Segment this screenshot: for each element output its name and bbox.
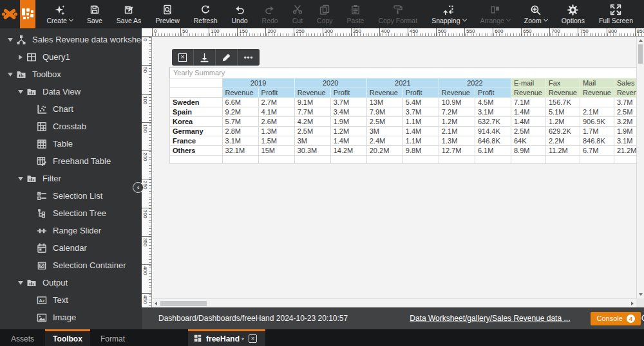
data-cell[interactable]: 629.2K xyxy=(545,127,580,136)
table-title[interactable]: Yearly Summary xyxy=(169,67,636,78)
toolbar-refresh-button[interactable]: Refresh xyxy=(187,0,225,28)
data-cell[interactable]: 9.2M xyxy=(222,107,258,117)
header-group-2021[interactable]: 2021 xyxy=(366,78,439,88)
data-cell[interactable]: 2.1M xyxy=(439,127,475,136)
data-cell[interactable]: 7.9M xyxy=(366,107,402,117)
empty-cell[interactable] xyxy=(258,156,294,164)
tab-freehand[interactable]: freeHand * × xyxy=(188,329,265,346)
data-cell[interactable]: 1.2M xyxy=(545,117,580,127)
caret-down-icon[interactable] xyxy=(15,177,26,181)
sub-header-cell[interactable]: Revenue xyxy=(366,88,402,98)
empty-cell[interactable] xyxy=(580,156,614,164)
data-cell[interactable]: 1.1M xyxy=(402,117,439,127)
horizontal-scroll-thumb[interactable] xyxy=(160,301,207,306)
empty-cell[interactable] xyxy=(545,156,580,164)
sidebar-item-freehand-table[interactable]: Freehand Table xyxy=(0,152,142,170)
data-cell[interactable]: 1.4M xyxy=(511,117,545,127)
data-cell[interactable]: 5.7M xyxy=(222,117,258,127)
data-cell[interactable]: 3M xyxy=(366,127,402,136)
data-cell[interactable]: 2.5M xyxy=(294,127,330,136)
sub-header-cell[interactable]: Profit xyxy=(330,88,366,98)
data-cell[interactable]: 3.1M xyxy=(222,136,258,146)
data-cell[interactable]: 1.9M xyxy=(330,117,366,127)
data-cell[interactable]: 1.4M xyxy=(402,127,439,136)
data-cell[interactable]: 646.8K xyxy=(475,136,511,146)
data-cell[interactable]: 5.1M xyxy=(545,107,580,117)
dashboard-canvas[interactable]: ×••• Yearly Summary 2019202020212022E-ma… xyxy=(152,37,644,307)
data-cell[interactable]: 14.2M xyxy=(330,146,366,156)
data-cell[interactable]: 1.4M xyxy=(330,136,366,146)
freehand-table-element[interactable]: Yearly Summary 2019202020212022E-mailFax… xyxy=(169,67,636,164)
data-cell[interactable]: 1.3M xyxy=(439,136,475,146)
data-cell[interactable]: 64K xyxy=(511,136,545,146)
scroll-left-arrow[interactable] xyxy=(155,302,157,305)
toolbar-options-button[interactable]: Options xyxy=(554,0,592,28)
data-cell[interactable]: 12.7M xyxy=(439,146,475,156)
empty-cell[interactable] xyxy=(170,156,223,164)
data-cell[interactable]: 2.5M xyxy=(511,127,545,136)
toolbar-save-as-button[interactable]: Save As xyxy=(109,0,149,28)
element-more-button[interactable]: ••• xyxy=(238,49,260,66)
empty-cell[interactable] xyxy=(475,156,511,164)
scroll-down-arrow[interactable] xyxy=(639,293,643,296)
visual-composer-logo[interactable] xyxy=(20,0,36,28)
empty-cell[interactable] xyxy=(330,156,366,164)
search-icon[interactable] xyxy=(641,314,644,323)
console-button[interactable]: Console 4 xyxy=(591,312,640,325)
sidebar-item-toolbox[interactable]: Toolbox xyxy=(0,66,142,83)
close-tab-icon[interactable]: × xyxy=(249,334,257,343)
header-group-fax[interactable]: Fax xyxy=(545,78,580,88)
data-cell[interactable]: 1.9M xyxy=(614,127,636,136)
caret-down-icon[interactable] xyxy=(15,90,26,94)
data-cell[interactable]: 6.6M xyxy=(222,98,258,107)
sidebar-item-data-view[interactable]: Data View xyxy=(0,83,142,100)
empty-cell[interactable] xyxy=(511,156,545,164)
sidebar-collapse-button[interactable]: ‹ xyxy=(133,182,144,193)
data-cell[interactable]: 846.8K xyxy=(580,136,614,146)
sidebar-item-selection-tree[interactable]: Selection Tree xyxy=(0,205,142,222)
tab-assets[interactable]: Assets xyxy=(0,329,45,346)
row-header-spain[interactable]: Spain xyxy=(170,107,223,117)
data-cell[interactable]: 8.9M xyxy=(511,146,545,156)
row-header-korea[interactable]: Korea xyxy=(170,117,223,127)
scroll-right-arrow[interactable] xyxy=(631,302,634,305)
empty-cell[interactable] xyxy=(402,156,439,164)
data-cell[interactable]: 3.7M xyxy=(330,98,366,107)
data-cell[interactable]: 2.8M xyxy=(222,127,258,136)
data-cell[interactable]: 1.7M xyxy=(580,127,614,136)
data-cell[interactable]: 1.1M xyxy=(402,136,439,146)
sidebar-item-output[interactable]: Output xyxy=(0,274,142,291)
data-cell[interactable]: 6.1M xyxy=(475,146,511,156)
sidebar-item-table[interactable]: Table xyxy=(0,135,142,152)
data-cell[interactable]: 1.2M xyxy=(330,127,366,136)
data-cell[interactable]: 1.3M xyxy=(258,127,294,136)
tab-toolbox[interactable]: Toolbox xyxy=(45,329,90,346)
sub-header-cell[interactable]: Revenue xyxy=(614,88,636,98)
sub-header-cell[interactable]: Profit xyxy=(475,88,511,98)
data-cell[interactable]: 10.9M xyxy=(439,98,475,107)
sub-header-cell[interactable]: Revenue xyxy=(294,88,330,98)
data-cell[interactable]: 9.8M xyxy=(402,146,439,156)
data-cell[interactable]: 3.1M xyxy=(475,107,511,117)
data-cell[interactable]: 7.7M xyxy=(294,107,330,117)
row-header-france[interactable]: France xyxy=(170,136,223,146)
data-cell[interactable]: 1.4M xyxy=(511,107,545,117)
sub-header-cell[interactable]: Revenue xyxy=(439,88,475,98)
data-cell[interactable]: 32.1M xyxy=(222,146,258,156)
sidebar-item-crosstab[interactable]: Crosstab xyxy=(0,118,142,135)
data-cell[interactable]: 21.2M xyxy=(614,146,636,156)
header-group-2022[interactable]: 2022 xyxy=(439,78,511,88)
horizontal-scrollbar[interactable] xyxy=(152,298,636,307)
data-cell[interactable]: 3.7M xyxy=(402,107,439,117)
element-edit-button[interactable] xyxy=(216,49,238,66)
data-cell[interactable]: 7.1M xyxy=(511,98,545,107)
vertical-scroll-thumb[interactable] xyxy=(638,44,643,64)
data-cell[interactable] xyxy=(580,98,614,107)
data-cell[interactable]: 30.3M xyxy=(294,146,330,156)
data-cell[interactable]: 3.4M xyxy=(330,107,366,117)
data-cell[interactable]: 15M xyxy=(258,146,294,156)
worksheet-link[interactable]: Data Worksheet/gallery/Sales Revenue dat… xyxy=(410,314,570,323)
caret-down-icon[interactable] xyxy=(5,38,15,42)
vertical-scrollbar[interactable] xyxy=(636,37,644,298)
data-cell[interactable]: 7.2M xyxy=(439,107,475,117)
